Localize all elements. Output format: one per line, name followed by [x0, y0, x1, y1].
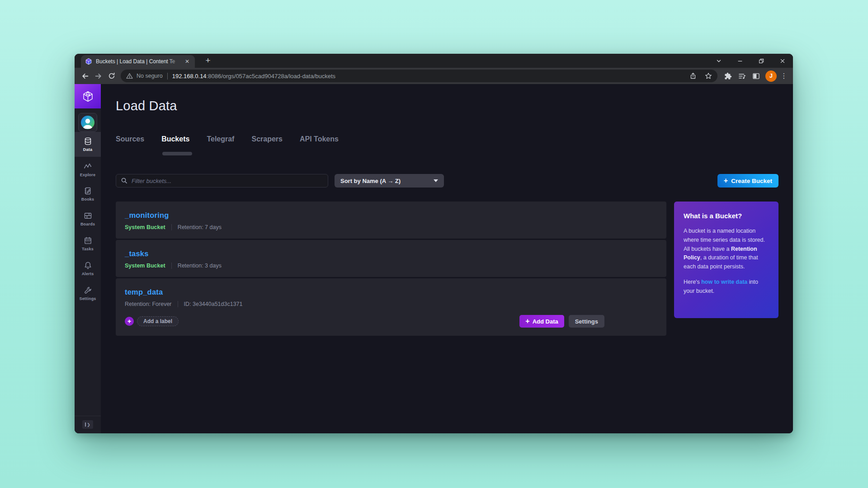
new-tab-button[interactable]: +: [202, 55, 214, 66]
wrench-icon: [84, 286, 92, 295]
dashboard-icon: [84, 211, 92, 220]
add-label-control[interactable]: + Add a label: [125, 316, 179, 326]
bucket-card-tasks[interactable]: _tasks System Bucket Retention: 3 days: [116, 240, 666, 277]
bucket-id-text: ID: 3e3440a51d3c1371: [184, 301, 243, 307]
sidebar-item-data[interactable]: Data: [75, 132, 101, 157]
browser-tab-strip: Buckets | Load Data | Content Te ✕ +: [75, 54, 793, 68]
sort-dropdown-label: Sort by Name (A → Z): [340, 178, 401, 184]
bucket-name-link[interactable]: _tasks: [125, 249, 657, 258]
sort-dropdown[interactable]: Sort by Name (A → Z): [335, 174, 444, 188]
browser-toolbar: No seguro 192.168.0.14:8086/orgs/057ac5c…: [75, 68, 793, 84]
browser-window: Buckets | Load Data | Content Te ✕ +: [75, 54, 793, 433]
url-text[interactable]: 192.168.0.14:8086/orgs/057ac5cad904728a/…: [172, 73, 335, 80]
active-tab-indicator: [162, 152, 192, 155]
sidebar-item-settings[interactable]: Settings: [75, 281, 101, 306]
tab-close-icon[interactable]: ✕: [184, 58, 191, 65]
add-data-button[interactable]: + Add Data: [519, 315, 564, 328]
plus-icon: +: [724, 177, 728, 184]
browser-tab[interactable]: Buckets | Load Data | Content Te ✕: [81, 55, 195, 68]
panel-footer-text: Here's: [684, 279, 701, 285]
influxdb-favicon: [85, 58, 92, 65]
browser-menu-icon[interactable]: ⋮: [779, 70, 789, 83]
chevron-down-icon: [434, 179, 438, 182]
expand-nav-icon[interactable]: ❯: [82, 420, 93, 429]
system-bucket-badge: System Bucket: [125, 224, 165, 230]
browser-profile-avatar[interactable]: J: [765, 70, 777, 82]
forward-icon[interactable]: [92, 70, 105, 83]
create-bucket-label: Create Bucket: [731, 178, 772, 184]
tab-search-icon[interactable]: [708, 54, 729, 68]
bucket-meta: System Bucket Retention: 7 days: [125, 224, 657, 230]
bucket-actions: + Add Data Settings: [519, 315, 604, 328]
user-avatar-button[interactable]: [78, 113, 97, 132]
address-bar[interactable]: No seguro 192.168.0.14:8086/orgs/057ac5c…: [121, 70, 717, 82]
database-icon: [84, 137, 92, 145]
tab-title-fade: [168, 58, 180, 65]
security-warning-icon[interactable]: [126, 73, 133, 79]
notebook-icon: [84, 187, 92, 195]
user-avatar: [81, 116, 94, 129]
extensions-icon[interactable]: [721, 70, 735, 83]
system-bucket-badge: System Bucket: [125, 263, 165, 269]
sidebar-item-label: Boards: [80, 222, 95, 226]
tab-telegraf[interactable]: Telegraf: [207, 135, 234, 158]
add-data-label: Add Data: [533, 318, 558, 325]
tab-buckets-label: Buckets: [161, 135, 189, 143]
tab-sources[interactable]: Sources: [116, 135, 144, 158]
security-label[interactable]: No seguro: [137, 73, 163, 79]
bucket-settings-button[interactable]: Settings: [569, 315, 604, 328]
nav-rail-footer: ❯: [75, 416, 101, 433]
meta-divider: [171, 224, 172, 230]
sidebar-item-explore[interactable]: Explore: [75, 157, 101, 182]
bucket-name-link[interactable]: temp_data: [125, 288, 657, 296]
bell-icon: [84, 261, 92, 270]
filter-buckets-input[interactable]: [116, 174, 328, 188]
panel-body: A bucket is a named location where time …: [684, 227, 769, 272]
sidebar-item-label: Data: [83, 147, 92, 152]
url-divider: [167, 73, 168, 80]
create-bucket-button[interactable]: + Create Bucket: [717, 174, 778, 188]
panel-footer: Here's how to write data into your bucke…: [684, 278, 769, 296]
reload-icon[interactable]: [105, 70, 118, 83]
sidebar-item-label: Books: [81, 197, 94, 202]
bucket-card-temp-data[interactable]: temp_data Retention: Forever ID: 3e3440a…: [116, 278, 666, 336]
plus-icon: +: [525, 318, 529, 325]
tab-api-tokens[interactable]: API Tokens: [300, 135, 339, 158]
sidebar-item-label: Settings: [79, 296, 96, 301]
bucket-list: _monitoring System Bucket Retention: 7 d…: [116, 202, 666, 336]
retention-text: Retention: Forever: [125, 301, 172, 307]
restore-button[interactable]: [750, 54, 772, 68]
what-is-a-bucket-panel: What is a Bucket? A bucket is a named lo…: [674, 202, 778, 318]
media-controls-icon[interactable]: [735, 70, 749, 83]
influxdb-logo[interactable]: [75, 84, 101, 108]
bucket-name-link[interactable]: _monitoring: [125, 211, 657, 220]
side-panel-icon[interactable]: [749, 70, 763, 83]
how-to-write-data-link[interactable]: how to write data: [701, 279, 747, 285]
bookmark-star-icon[interactable]: [705, 72, 712, 80]
nav-rail: Data Explore Books Boards: [75, 84, 101, 433]
tab-scrapers[interactable]: Scrapers: [251, 135, 283, 158]
sidebar-item-tasks[interactable]: Tasks: [75, 231, 101, 256]
tab-title: Buckets | Load Data | Content Te: [96, 58, 180, 65]
bucket-meta: Retention: Forever ID: 3e3440a51d3c1371: [125, 301, 657, 307]
close-window-button[interactable]: [772, 54, 793, 68]
share-icon[interactable]: [689, 72, 697, 80]
page-title: Load Data: [116, 99, 778, 113]
meta-divider: [178, 301, 178, 307]
sidebar-item-books[interactable]: Books: [75, 182, 101, 206]
expand-bar: [85, 422, 86, 427]
main-content: Load Data Sources Buckets Telegraf Scrap…: [101, 84, 793, 433]
filter-wrap: [116, 174, 328, 188]
add-label-plus-icon[interactable]: +: [125, 317, 134, 326]
sidebar-item-alerts[interactable]: Alerts: [75, 256, 101, 281]
sidebar-item-boards[interactable]: Boards: [75, 206, 101, 231]
bucket-controls: Sort by Name (A → Z) + Create Bucket: [116, 174, 778, 188]
minimize-button[interactable]: [729, 54, 750, 68]
sidebar-item-label: Tasks: [82, 247, 94, 251]
back-icon[interactable]: [79, 70, 92, 83]
retention-text: Retention: 7 days: [178, 224, 222, 230]
bucket-card-monitoring[interactable]: _monitoring System Bucket Retention: 7 d…: [116, 202, 666, 239]
add-label-pill[interactable]: Add a label: [137, 316, 179, 326]
bucket-meta: System Bucket Retention: 3 days: [125, 263, 657, 269]
tab-buckets[interactable]: Buckets: [161, 135, 189, 158]
